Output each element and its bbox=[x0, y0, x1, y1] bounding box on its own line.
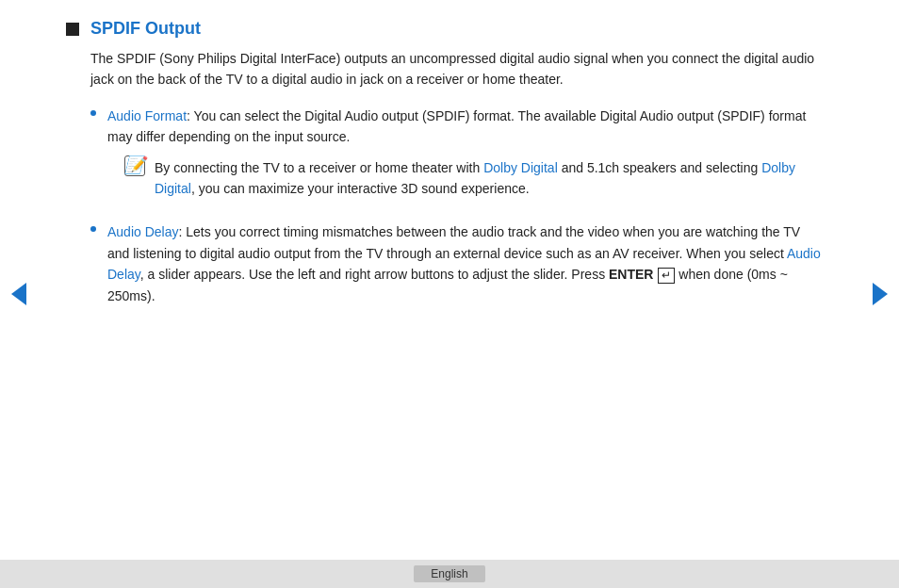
enter-label: ENTER bbox=[609, 267, 653, 282]
note-text: By connecting the TV to a receiver or ho… bbox=[155, 157, 824, 200]
note-text-before: By connecting the TV to a receiver or ho… bbox=[155, 160, 483, 175]
bullet-item-audio-delay: Audio Delay: Lets you correct timing mis… bbox=[90, 221, 824, 306]
audio-format-link: Audio Format bbox=[107, 108, 187, 123]
main-content: SPDIF Output The SPDIF (Sony Philips Dig… bbox=[0, 0, 899, 338]
audio-delay-text: : Lets you correct timing mismatches bet… bbox=[107, 224, 800, 260]
enter-icon: ↵ bbox=[658, 268, 675, 285]
section-title: SPDIF Output bbox=[90, 19, 201, 39]
note-text-after: , you can maximize your interactive 3D s… bbox=[191, 181, 530, 196]
nav-arrow-right[interactable] bbox=[869, 278, 891, 310]
footer-bar: English bbox=[0, 560, 899, 588]
bullet-text-audio-delay: Audio Delay: Lets you correct timing mis… bbox=[107, 221, 824, 306]
audio-delay-inline-text: , a slider appears. Use the left and rig… bbox=[140, 267, 609, 282]
section-description: The SPDIF (Sony Philips Digital InterFac… bbox=[66, 48, 824, 90]
bullet-text-audio-format: Audio Format: You can select the Digital… bbox=[107, 106, 824, 209]
audio-delay-link: Audio Delay bbox=[107, 224, 179, 239]
right-arrow-icon bbox=[873, 283, 888, 305]
section-square-icon bbox=[66, 23, 79, 36]
dolby-digital-link-1: Dolby Digital bbox=[483, 160, 558, 175]
bullet-list: Audio Format: You can select the Digital… bbox=[66, 106, 824, 306]
section-header: SPDIF Output bbox=[66, 19, 824, 39]
note-block: 📝 By connecting the TV to a receiver or … bbox=[124, 157, 824, 200]
note-text-middle: and 5.1ch speakers and selecting bbox=[558, 160, 761, 175]
bullet-item-audio-format: Audio Format: You can select the Digital… bbox=[90, 106, 824, 209]
bullet-dot-2 bbox=[90, 226, 96, 232]
nav-arrow-left[interactable] bbox=[8, 278, 30, 310]
bullet-dot bbox=[90, 110, 96, 116]
footer-language: English bbox=[414, 565, 484, 582]
note-icon: 📝 bbox=[124, 155, 145, 176]
left-arrow-icon bbox=[11, 283, 26, 305]
audio-format-text: : You can select the Digital Audio outpu… bbox=[107, 108, 806, 144]
